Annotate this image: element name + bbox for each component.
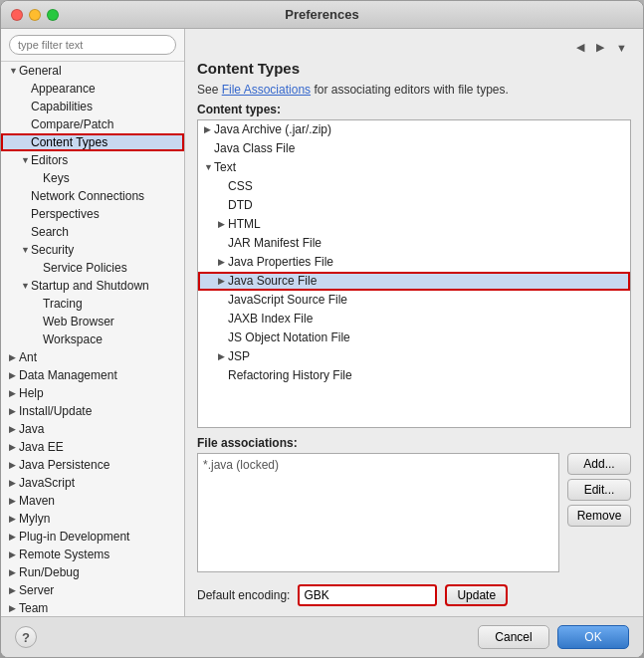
ct-item-css[interactable]: CSS [198, 177, 630, 196]
tree-item-search[interactable]: Search [1, 223, 184, 241]
ct-item-html[interactable]: ▶HTML [198, 215, 630, 234]
tree-label-run-debug: Run/Debug [19, 564, 80, 580]
tree-item-security[interactable]: ▼Security [1, 241, 184, 259]
ct-label-jar-manifest: JAR Manifest File [228, 235, 322, 252]
tree-item-javascript[interactable]: ▶JavaScript [1, 474, 184, 492]
ct-item-java-class[interactable]: Java Class File [198, 139, 630, 158]
tree-item-install-update[interactable]: ▶Install/Update [1, 402, 184, 420]
tree-arrow-server: ▶ [9, 582, 19, 598]
tree-item-maven[interactable]: ▶Maven [1, 492, 184, 510]
tree-item-editors[interactable]: ▼Editors [1, 151, 184, 169]
tree-arrow-java-ee: ▶ [9, 439, 19, 455]
info-text: See File Associations for associating ed… [197, 83, 631, 97]
panel-title: Content Types [197, 60, 631, 77]
ct-item-refactoring-history[interactable]: Refactoring History File [198, 366, 630, 385]
ct-arrow-java-archive: ▶ [204, 121, 214, 138]
tree-item-java-ee[interactable]: ▶Java EE [1, 438, 184, 456]
tree-label-security: Security [31, 242, 74, 258]
content-types-label: Content types: [197, 103, 631, 116]
close-button[interactable] [11, 9, 23, 21]
tree-container: ▼GeneralAppearanceCapabilitiesCompare/Pa… [1, 62, 184, 616]
tree-item-service-policies[interactable]: Service Policies [1, 259, 184, 277]
tree-item-tracing[interactable]: Tracing [1, 295, 184, 313]
title-bar: Preferences [1, 1, 643, 29]
add-button[interactable]: Add... [567, 453, 631, 475]
ct-arrow-text: ▼ [204, 159, 214, 176]
tree-item-server[interactable]: ▶Server [1, 581, 184, 599]
ct-item-dtd[interactable]: DTD [198, 196, 630, 215]
dialog-body: ▼GeneralAppearanceCapabilitiesCompare/Pa… [1, 29, 643, 616]
tree-item-capabilities[interactable]: Capabilities [1, 98, 184, 115]
encoding-label: Default encoding: [197, 588, 290, 602]
encoding-row: Default encoding: Update [197, 584, 631, 606]
tree-item-data-management[interactable]: ▶Data Management [1, 366, 184, 384]
tree-arrow-maven: ▶ [9, 493, 19, 509]
ct-item-jar-manifest[interactable]: JAR Manifest File [198, 234, 630, 253]
tree-label-general: General [19, 63, 62, 79]
tree-label-compare-patch: Compare/Patch [31, 116, 113, 132]
toolbar-icon-menu[interactable]: ▼ [612, 40, 631, 56]
ct-item-js-object-notation[interactable]: JS Object Notation File [198, 329, 630, 347]
encoding-input[interactable] [298, 584, 437, 606]
ok-button[interactable]: OK [557, 625, 629, 649]
tree-item-plugin-development[interactable]: ▶Plug-in Development [1, 528, 184, 546]
ct-item-jaxb-index[interactable]: JAXB Index File [198, 310, 630, 329]
minimize-button[interactable] [29, 9, 41, 21]
right-panel: ◀ ▶ ▼ Content Types See File Association… [185, 29, 643, 616]
tree-label-plugin-development: Plug-in Development [19, 529, 129, 545]
tree-label-workspace: Workspace [43, 331, 103, 347]
tree-item-perspectives[interactable]: Perspectives [1, 205, 184, 223]
tree-arrow-mylyn: ▶ [9, 511, 19, 527]
tree-item-help[interactable]: ▶Help [1, 384, 184, 402]
tree-item-general[interactable]: ▼General [1, 62, 184, 80]
tree-label-startup-shutdown: Startup and Shutdown [31, 278, 149, 294]
tree-item-compare-patch[interactable]: Compare/Patch [1, 115, 184, 133]
tree-item-ant[interactable]: ▶Ant [1, 348, 184, 366]
tree-label-content-types: Content Types [31, 134, 107, 150]
remove-button[interactable]: Remove [567, 505, 631, 527]
tree-item-java-persistence[interactable]: ▶Java Persistence [1, 456, 184, 474]
tree-label-web-browser: Web Browser [43, 314, 114, 329]
tree-item-remote-systems[interactable]: ▶Remote Systems [1, 546, 184, 563]
tree-label-java-persistence: Java Persistence [19, 457, 109, 473]
tree-label-ant: Ant [19, 349, 37, 365]
tree-item-keys[interactable]: Keys [1, 169, 184, 187]
tree-item-startup-shutdown[interactable]: ▼Startup and Shutdown [1, 277, 184, 295]
toolbar-icon-next[interactable]: ▶ [592, 39, 608, 56]
tree-item-run-debug[interactable]: ▶Run/Debug [1, 563, 184, 581]
tree-item-appearance[interactable]: Appearance [1, 80, 184, 98]
tree-item-team[interactable]: ▶Team [1, 599, 184, 616]
cancel-button[interactable]: Cancel [478, 625, 549, 649]
preferences-dialog: Preferences ▼GeneralAppearanceCapabiliti… [0, 0, 644, 658]
ct-label-jsp: JSP [228, 348, 250, 365]
file-associations-link[interactable]: File Associations [222, 83, 311, 97]
edit-button[interactable]: Edit... [567, 479, 631, 501]
ct-item-jsp[interactable]: ▶JSP [198, 347, 630, 366]
ct-item-text[interactable]: ▼Text [198, 158, 630, 177]
tree-arrow-security: ▼ [21, 242, 31, 258]
toolbar-icon-prev[interactable]: ◀ [572, 39, 588, 56]
ct-item-javascript-source[interactable]: JavaScript Source File [198, 291, 630, 310]
tree-arrow-data-management: ▶ [9, 367, 19, 383]
tree-item-web-browser[interactable]: Web Browser [1, 313, 184, 330]
tree-item-workspace[interactable]: Workspace [1, 330, 184, 348]
ct-item-java-properties[interactable]: ▶Java Properties File [198, 253, 630, 272]
tree-arrow-remote-systems: ▶ [9, 547, 19, 562]
maximize-button[interactable] [47, 9, 59, 21]
tree-arrow-ant: ▶ [9, 349, 19, 365]
ct-label-java-archive: Java Archive (.jar/.zip) [214, 121, 331, 138]
tree-item-java[interactable]: ▶Java [1, 420, 184, 438]
update-button[interactable]: Update [445, 584, 508, 606]
tree-item-content-types[interactable]: Content Types [1, 133, 184, 151]
tree-arrow-help: ▶ [9, 385, 19, 401]
help-button[interactable]: ? [15, 626, 37, 648]
ct-label-java-source: Java Source File [228, 273, 317, 290]
tree-item-network-connections[interactable]: Network Connections [1, 187, 184, 205]
tree-item-mylyn[interactable]: ▶Mylyn [1, 510, 184, 528]
tree-label-maven: Maven [19, 493, 55, 509]
ct-item-java-source[interactable]: ▶Java Source File [198, 272, 630, 291]
tree-label-java-ee: Java EE [19, 439, 64, 455]
tree-label-service-policies: Service Policies [43, 260, 127, 276]
filter-input[interactable] [9, 35, 176, 55]
ct-item-java-archive[interactable]: ▶Java Archive (.jar/.zip) [198, 120, 630, 139]
